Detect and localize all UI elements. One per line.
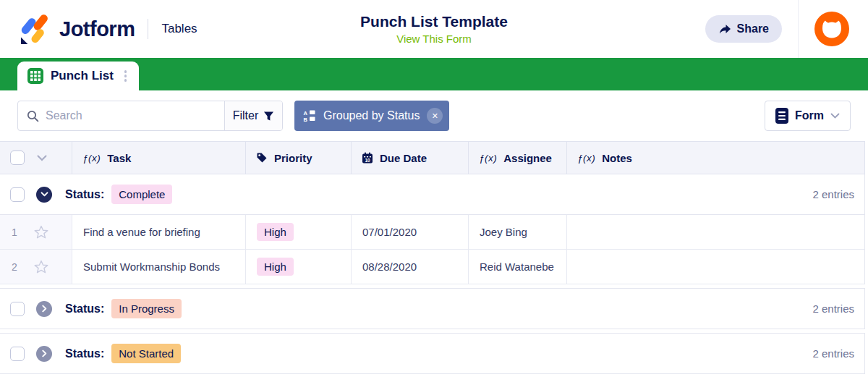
cell-task[interactable]: Find a venue for briefing — [72, 215, 246, 249]
group-section-complete: Status: Complete 2 entries 1 Find a venu… — [0, 174, 865, 284]
column-label: Notes — [602, 152, 632, 164]
row-gutter: 2 — [0, 250, 72, 284]
formula-icon: ƒ(x) — [82, 153, 101, 164]
status-badge: In Progress — [111, 299, 182, 318]
form-view-button[interactable]: Form — [765, 101, 851, 131]
sheet-tab-bar: Punch List — [0, 58, 868, 90]
cell-task[interactable]: Submit Workmanship Bonds — [72, 250, 246, 284]
formula-icon: ƒ(x) — [577, 153, 595, 164]
brand-divider — [148, 19, 148, 39]
group-checkbox[interactable] — [10, 347, 25, 361]
brand[interactable]: Jotform Tables — [17, 12, 197, 46]
select-all-checkbox[interactable] — [10, 151, 25, 165]
group-section-not-started: Status: Not Started 2 entries — [0, 333, 865, 374]
status-badge: Not Started — [111, 344, 181, 363]
chevron-down-icon[interactable] — [37, 155, 47, 161]
column-header-due-date[interactable]: 10 Due Date — [352, 142, 469, 174]
jotform-tables-app: Jotform Tables Punch List Template View … — [0, 0, 868, 377]
form-button-label: Form — [795, 109, 824, 122]
status-label: Status: — [65, 302, 104, 315]
top-header: Jotform Tables Punch List Template View … — [0, 0, 868, 58]
column-header-assignee[interactable]: ƒ(x) Assignee — [469, 142, 567, 174]
group-row-in-progress: Status: In Progress 2 entries — [0, 289, 864, 329]
group-row-not-started: Status: Not Started 2 entries — [0, 334, 864, 374]
table-row: 2 Submit Workmanship Bonds High 08/28/20… — [0, 250, 864, 284]
cell-priority[interactable]: High — [246, 215, 352, 249]
grid-header-gutter — [0, 142, 72, 174]
search-box[interactable] — [18, 101, 224, 130]
share-arrow-icon — [718, 23, 731, 35]
grid-header-row: ƒ(x) Task Priority 10 Due Date — [0, 141, 865, 174]
share-label: Share — [737, 22, 769, 35]
cell-priority[interactable]: High — [246, 250, 352, 284]
column-label: Assignee — [503, 152, 552, 164]
column-label: Due Date — [380, 152, 427, 164]
title-block: Punch List Template View This Form — [360, 13, 508, 46]
search-icon — [27, 110, 39, 122]
status-badge: Complete — [111, 185, 172, 204]
filter-button[interactable]: Filter — [224, 101, 282, 130]
tab-menu-kebab-icon[interactable] — [121, 67, 131, 85]
group-row-complete: Status: Complete 2 entries — [0, 174, 864, 215]
cell-due-date[interactable]: 08/28/2020 — [352, 250, 469, 284]
column-label: Task — [107, 152, 131, 164]
status-label: Status: — [65, 188, 104, 201]
tag-icon — [256, 152, 268, 164]
cell-notes[interactable] — [567, 215, 864, 249]
table-toolbar: Filter A B Grouped by Status ✕ — [0, 90, 868, 141]
view-this-form-link[interactable]: View This Form — [396, 33, 472, 45]
entries-count: 2 entries — [812, 302, 854, 315]
group-chip-label: Grouped by Status — [323, 109, 420, 122]
priority-badge: High — [257, 223, 294, 241]
row-number: 1 — [0, 226, 29, 238]
chevron-down-icon — [830, 113, 840, 119]
search-filter-group: Filter — [17, 101, 283, 131]
column-header-notes[interactable]: ƒ(x) Notes — [567, 142, 864, 174]
grouped-by-status-chip[interactable]: A B Grouped by Status ✕ — [294, 101, 449, 131]
entries-count: 2 entries — [812, 188, 854, 200]
entries-count: 2 entries — [812, 347, 854, 360]
table-row: 1 Find a venue for briefing High 07/01/2… — [0, 215, 864, 250]
group-section-in-progress: Status: In Progress 2 entries — [0, 288, 865, 329]
share-button[interactable]: Share — [705, 15, 782, 43]
group-checkbox[interactable] — [10, 302, 25, 316]
grid-table-icon — [27, 68, 43, 84]
header-divider — [798, 0, 799, 58]
cell-due-date[interactable]: 07/01/2020 — [352, 215, 469, 249]
filter-label: Filter — [233, 109, 259, 122]
page-title: Punch List Template — [360, 13, 508, 30]
calendar-icon: 10 — [362, 152, 373, 164]
remove-group-icon[interactable]: ✕ — [427, 108, 443, 124]
jotform-logo-icon — [17, 12, 51, 46]
cell-assignee[interactable]: Reid Watanebe — [469, 250, 567, 284]
brand-wordmark: Jotform — [59, 17, 135, 41]
row-number: 2 — [0, 261, 29, 273]
expand-group-icon[interactable] — [36, 301, 52, 317]
svg-text:10: 10 — [365, 158, 370, 163]
priority-badge: High — [257, 258, 294, 276]
star-favorite-icon[interactable] — [33, 259, 49, 275]
user-avatar[interactable] — [814, 12, 849, 46]
search-input[interactable] — [46, 109, 216, 122]
column-header-priority[interactable]: Priority — [246, 142, 352, 174]
header-actions: Share — [705, 0, 868, 58]
column-label: Priority — [274, 152, 312, 164]
tab-label: Punch List — [51, 69, 114, 83]
column-header-task[interactable]: ƒ(x) Task — [72, 142, 246, 174]
filter-funnel-icon — [263, 111, 274, 122]
group-checkbox[interactable] — [10, 187, 25, 202]
formula-icon: ƒ(x) — [479, 153, 497, 164]
row-gutter: 1 — [0, 215, 72, 249]
product-name: Tables — [161, 22, 197, 36]
star-favorite-icon[interactable] — [33, 224, 49, 240]
expand-group-icon[interactable] — [36, 346, 52, 362]
cell-notes[interactable] — [567, 250, 864, 284]
cell-assignee[interactable]: Joey Bing — [469, 215, 567, 249]
collapse-group-icon[interactable] — [36, 187, 52, 203]
svg-text:B: B — [304, 117, 308, 122]
data-grid: ƒ(x) Task Priority 10 Due Date — [0, 141, 865, 374]
status-label: Status: — [65, 347, 104, 360]
form-icon — [775, 108, 788, 124]
group-by-icon: A B — [303, 109, 316, 122]
tab-punch-list[interactable]: Punch List — [17, 62, 139, 90]
